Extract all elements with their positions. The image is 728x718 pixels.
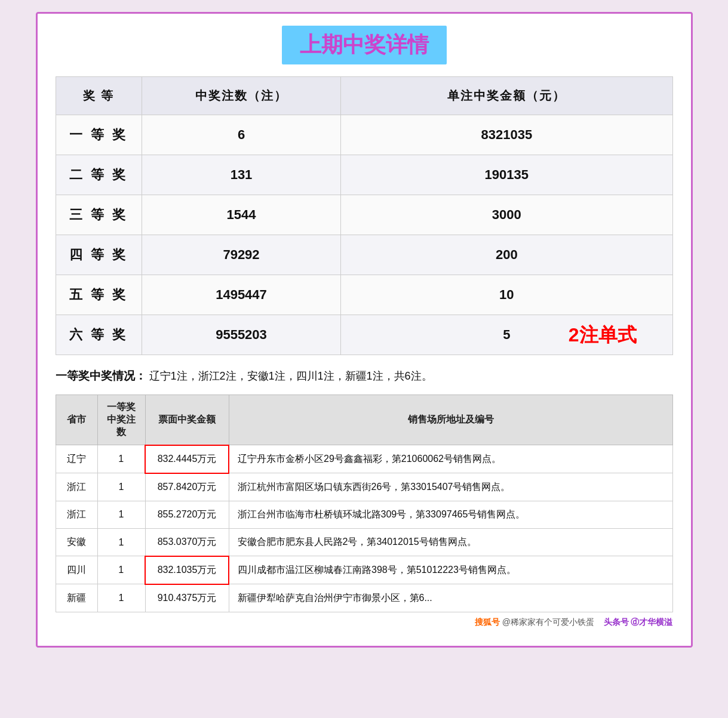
detail-header-province: 省市 <box>56 395 97 445</box>
prize-name-cell: 五 等 奖 <box>56 275 142 315</box>
table-header-row: 奖 等 中奖注数（注） 单注中奖金额（元） <box>56 77 672 115</box>
footer-brand: 搜狐号 @稀家家有个可爱小铁蛋 头条号 ⓓ才华横溢 <box>56 617 673 628</box>
detail-amount: 910.4375万元 <box>145 584 229 612</box>
brand-toutiao: 头条号 ⓓ才华横溢 <box>604 617 673 627</box>
prize-amount-cell: 190135 <box>341 155 672 195</box>
detail-table-row: 新疆1910.4375万元新疆伊犁哈萨克自治州伊宁市御景小区，第6... <box>56 584 672 612</box>
prize-info-label: 一等奖中奖情况： <box>56 369 146 382</box>
prize-count-cell: 9555203 <box>142 315 340 355</box>
table-row: 四 等 奖79292200 <box>56 235 672 275</box>
detail-amount: 855.2720万元 <box>145 501 229 528</box>
detail-count: 1 <box>97 473 145 501</box>
prize-count-cell: 79292 <box>142 235 340 275</box>
detail-table-row: 辽宁1832.4445万元辽宁丹东市金桥小区29号鑫鑫福彩，第21060062号… <box>56 445 672 473</box>
table-row: 五 等 奖149544710 <box>56 275 672 315</box>
detail-count: 1 <box>97 445 145 473</box>
prize-count-cell: 6 <box>142 115 340 155</box>
brand-sohu: 搜狐号 <box>475 617 500 627</box>
table-row: 一 等 奖68321035 <box>56 115 672 155</box>
prize-count-cell: 1495447 <box>142 275 340 315</box>
prize-info-line: 一等奖中奖情况： 辽宁1注，浙江2注，安徽1注，四川1注，新疆1注，共6注。 <box>56 367 673 385</box>
page-title: 上期中奖详情 <box>282 26 447 64</box>
detail-header-row: 省市 一等奖中奖注数 票面中奖金额 销售场所地址及编号 <box>56 395 672 445</box>
detail-header-count: 一等奖中奖注数 <box>97 395 145 445</box>
detail-province: 安徽 <box>56 528 97 556</box>
prize-table: 奖 等 中奖注数（注） 单注中奖金额（元） 一 等 奖68321035二 等 奖… <box>56 76 673 355</box>
detail-table: 省市 一等奖中奖注数 票面中奖金额 销售场所地址及编号 辽宁1832.4445万… <box>56 395 673 612</box>
detail-table-row: 四川1832.1035万元四川成都市温江区柳城春江南路398号，第5101222… <box>56 556 672 584</box>
detail-header-amount: 票面中奖金额 <box>145 395 229 445</box>
prize-name-cell: 一 等 奖 <box>56 115 142 155</box>
prize-amount-cell: 8321035 <box>341 115 672 155</box>
detail-province: 辽宁 <box>56 445 97 473</box>
detail-address: 浙江台州市临海市杜桥镇环城北路309号，第33097465号销售网点。 <box>229 501 672 528</box>
prize-amount-cell: 10 <box>341 275 672 315</box>
table-row: 三 等 奖15443000 <box>56 195 672 235</box>
prize-name-cell: 三 等 奖 <box>56 195 142 235</box>
main-container: 上期中奖详情 奖 等 中奖注数（注） 单注中奖金额（元） 一 等 奖683210… <box>36 12 693 648</box>
detail-amount: 857.8420万元 <box>145 473 229 501</box>
detail-amount: 832.1035万元 <box>145 556 229 584</box>
detail-table-row: 安徽1853.0370万元安徽合肥市肥东县人民路2号，第34012015号销售网… <box>56 528 672 556</box>
prize-count-cell: 1544 <box>142 195 340 235</box>
table-row: 六 等 奖955520352注单式 <box>56 315 672 355</box>
detail-province: 新疆 <box>56 584 97 612</box>
detail-address: 四川成都市温江区柳城春江南路398号，第51012223号销售网点。 <box>229 556 672 584</box>
prize-name-cell: 二 等 奖 <box>56 155 142 195</box>
detail-table-row: 浙江1857.8420万元浙江杭州市富阳区场口镇东西街26号，第33015407… <box>56 473 672 501</box>
prize-name-cell: 四 等 奖 <box>56 235 142 275</box>
detail-province: 四川 <box>56 556 97 584</box>
brand-author: @稀家家有个可爱小铁蛋 <box>502 617 594 627</box>
red-note-label: 2注单式 <box>569 322 637 349</box>
prize-amount-cell: 200 <box>341 235 672 275</box>
prize-info-text: 辽宁1注，浙江2注，安徽1注，四川1注，新疆1注，共6注。 <box>149 370 432 382</box>
detail-header-address: 销售场所地址及编号 <box>229 395 672 445</box>
detail-address: 安徽合肥市肥东县人民路2号，第34012015号销售网点。 <box>229 528 672 556</box>
prize-amount-cell: 52注单式 <box>341 315 672 355</box>
detail-address: 辽宁丹东市金桥小区29号鑫鑫福彩，第21060062号销售网点。 <box>229 445 672 473</box>
detail-count: 1 <box>97 556 145 584</box>
detail-amount: 853.0370万元 <box>145 528 229 556</box>
detail-count: 1 <box>97 528 145 556</box>
table-row: 二 等 奖131190135 <box>56 155 672 195</box>
header-amount: 单注中奖金额（元） <box>341 77 672 115</box>
title-section: 上期中奖详情 <box>56 26 673 64</box>
detail-province: 浙江 <box>56 501 97 528</box>
header-count: 中奖注数（注） <box>142 77 340 115</box>
detail-province: 浙江 <box>56 473 97 501</box>
detail-count: 1 <box>97 584 145 612</box>
detail-address: 新疆伊犁哈萨克自治州伊宁市御景小区，第6... <box>229 584 672 612</box>
detail-amount: 832.4445万元 <box>145 445 229 473</box>
header-prize: 奖 等 <box>56 77 142 115</box>
detail-count: 1 <box>97 501 145 528</box>
prize-amount-cell: 3000 <box>341 195 672 235</box>
detail-table-row: 浙江1855.2720万元浙江台州市临海市杜桥镇环城北路309号，第330974… <box>56 501 672 528</box>
detail-address: 浙江杭州市富阳区场口镇东西街26号，第33015407号销售网点。 <box>229 473 672 501</box>
prize-name-cell: 六 等 奖 <box>56 315 142 355</box>
prize-count-cell: 131 <box>142 155 340 195</box>
